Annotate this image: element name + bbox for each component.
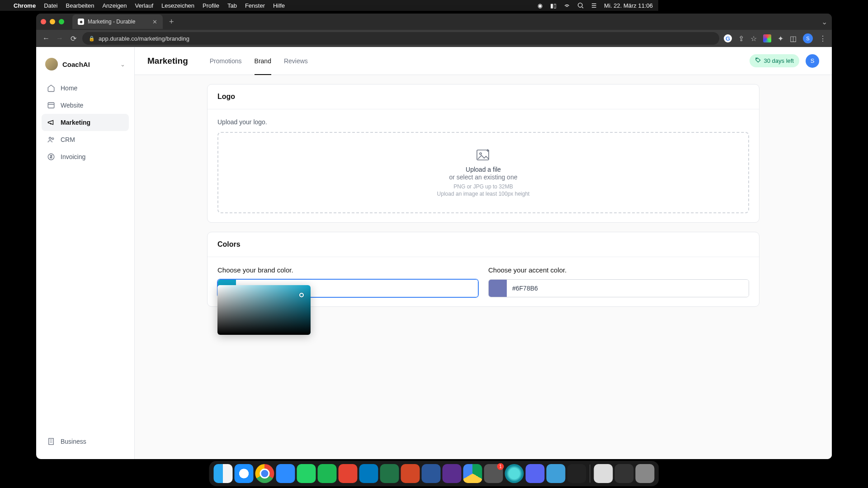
svg-point-8 [480,153,481,155]
color-picker-popover[interactable] [217,285,311,335]
content-tabs: Promotions Brand Reviews [210,47,308,75]
browser-window: ◆ Marketing - Durable ✕ + ⌄ ← → ⟳ 🔒 app.… [36,14,658,369]
saturation-cursor-icon[interactable] [299,293,304,297]
url-field[interactable]: 🔒 app.durable.co/marketing/branding [82,32,658,45]
menu-fenster[interactable]: Fenster [245,2,265,9]
sidebar-item-label: Invoicing [61,153,85,160]
menubar-right: ◉ ▮▯ ☰ Mi. 22. März 11:06 [536,2,653,9]
accent-color-input[interactable] [507,280,658,297]
menubar-datetime[interactable]: Mi. 22. März 11:06 [604,2,653,9]
menu-profile[interactable]: Profile [203,2,219,9]
menu-bearbeiten[interactable]: Bearbeiten [66,2,94,9]
back-button[interactable]: ← [42,34,51,42]
tab-close-button[interactable]: ✕ [152,19,157,25]
svg-rect-1 [48,103,54,108]
browser-tab[interactable]: ◆ Marketing - Durable ✕ [72,14,163,29]
control-center-icon[interactable]: ☰ [590,2,598,9]
tab-favicon-icon: ◆ [78,19,84,25]
menu-verlauf[interactable]: Verlauf [135,2,153,9]
lock-icon: 🔒 [89,36,95,42]
page-title: Marketing [147,56,188,66]
tab-promotions[interactable]: Promotions [210,47,242,75]
brand-color-section: Choose your brand color. [217,266,478,297]
sidebar-item-invoicing[interactable]: Invoicing [42,148,129,165]
accent-color-swatch[interactable] [489,280,507,297]
workspace-switcher[interactable]: CoachAI ⌄ [42,56,129,80]
sidebar-item-label: Marketing [61,119,90,126]
battery-icon[interactable]: ▮▯ [550,2,557,9]
sidebar-item-label: Website [61,102,83,109]
spotlight-icon[interactable] [577,2,584,9]
menu-lesezeichen[interactable]: Lesezeichen [161,2,194,9]
menu-anzeigen[interactable]: Anzeigen [102,2,127,9]
content-area: Logo Upload your logo. Upload a file or … [135,75,658,369]
address-bar: ← → ⟳ 🔒 app.durable.co/marketing/brandin… [36,30,658,47]
chevron-down-icon: ⌄ [120,61,125,68]
menubar-left: Chrome Datei Bearbeiten Anzeigen Verlauf… [5,2,285,9]
image-upload-icon [476,148,491,161]
menu-tab[interactable]: Tab [227,2,237,9]
tab-title: Marketing - Durable [88,19,135,25]
upload-hint1: PNG or JPG up to 32MB [227,183,658,190]
saturation-area[interactable] [217,285,311,335]
wifi-icon[interactable] [563,2,571,9]
sidebar-item-label: CRM [61,136,75,143]
accent-color-label: Choose your accent color. [488,266,658,274]
menu-hilfe[interactable]: Hilfe [273,2,285,9]
sidebar-item-marketing[interactable]: Marketing [42,114,129,131]
logo-card-title: Logo [208,84,658,109]
sidebar-item-home[interactable]: Home [42,80,129,97]
workspace-avatar-icon [45,58,58,70]
logo-subtitle: Upload your logo. [217,118,658,126]
new-tab-button[interactable]: + [166,17,177,27]
colors-card: Colors Choose your brand color. [207,232,658,307]
tab-strip: ◆ Marketing - Durable ✕ + ⌄ [36,14,658,30]
logo-card: Logo Upload your logo. Upload a file or … [207,84,658,223]
window-controls [41,19,64,24]
url-text: app.durable.co/marketing/branding [99,35,189,42]
tab-reviews[interactable]: Reviews [284,47,308,75]
reload-button[interactable]: ⟳ [69,34,78,43]
upload-or-text: or select an existing one [227,174,658,181]
record-icon[interactable]: ◉ [536,2,543,9]
sidebar-item-crm[interactable]: CRM [42,131,129,148]
svg-point-3 [52,138,54,140]
logo-dropzone[interactable]: Upload a file or select an existing one … [217,132,658,213]
megaphone-icon [47,118,55,127]
dollar-icon [47,153,55,161]
window-fullscreen-button[interactable] [59,19,64,24]
brand-color-label: Choose your brand color. [217,266,478,274]
app-root: CoachAI ⌄ Home Website Marketing CRM [36,47,658,369]
menubar-app-name[interactable]: Chrome [14,2,36,9]
tab-brand[interactable]: Brand [255,47,271,75]
home-icon [47,84,55,92]
layout-icon [47,101,55,109]
window-close-button[interactable] [41,19,46,24]
workspace-name: CoachAI [62,61,116,68]
sidebar-item-website[interactable]: Website [42,97,129,114]
upload-link: Upload a file [466,166,501,173]
window-minimize-button[interactable] [50,19,55,24]
accent-color-field [488,279,658,297]
users-icon [47,136,55,144]
accent-color-section: Choose your accent color. [488,266,658,297]
forward-button[interactable]: → [55,34,64,42]
menu-datei[interactable]: Datei [44,2,57,9]
main: Marketing Promotions Brand Reviews 30 da… [135,47,658,369]
svg-point-0 [578,3,582,7]
upload-hint2: Upload an image at least 100px height [227,191,658,197]
topbar: Marketing Promotions Brand Reviews 30 da… [135,47,658,75]
macos-menubar: Chrome Datei Bearbeiten Anzeigen Verlauf… [0,0,658,11]
sidebar-item-label: Home [61,84,77,92]
svg-point-2 [49,137,52,140]
colors-card-title: Colors [208,232,658,257]
sidebar: CoachAI ⌄ Home Website Marketing CRM [36,47,135,369]
